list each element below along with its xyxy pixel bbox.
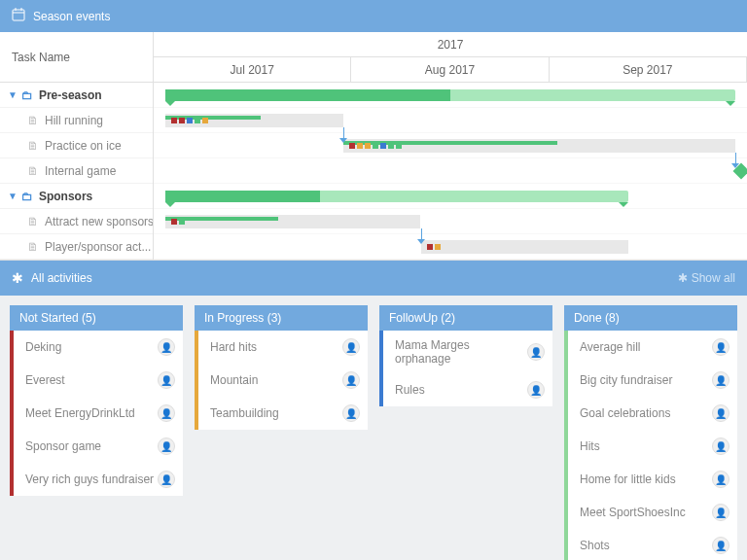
- card-title: Meet EnergyDrinkLtd: [25, 406, 135, 420]
- avatar-icon[interactable]: 👤: [712, 537, 729, 554]
- avatar-icon[interactable]: 👤: [712, 471, 729, 488]
- kanban-board: Not Started (5)Deking👤Everest👤Meet Energ…: [0, 296, 747, 560]
- task-label: Attract new sponsors: [45, 215, 153, 228]
- timeline-row: [154, 184, 747, 209]
- timeline[interactable]: 2017 Jul 2017Aug 2017Sep 2017: [154, 32, 747, 260]
- task-label: Hill running: [45, 114, 103, 127]
- kanban-column: In Progress (3)Hard hits👤Mountain👤Teambu…: [195, 305, 368, 560]
- card-title: Rules: [395, 383, 425, 397]
- kanban-column: Done (8)Average hill👤Big city fundraiser…: [564, 305, 737, 560]
- chevron-down-icon: ▼: [8, 191, 18, 201]
- card-title: Shots: [580, 539, 610, 552]
- card-title: Meet SportShoesInc: [580, 506, 686, 519]
- gantt-body: Task Name ▼🗀Pre-season🗎Hill running🗎Prac…: [0, 32, 747, 261]
- task-group-row[interactable]: ▼🗀Sponsors: [0, 184, 153, 209]
- avatar-icon[interactable]: 👤: [712, 371, 729, 389]
- task-indicators: [171, 118, 208, 123]
- kanban-column-header[interactable]: Done (8): [564, 305, 737, 331]
- card-title: Hard hits: [210, 340, 257, 354]
- task-label: Practice on ice: [45, 139, 122, 153]
- timeline-months: Jul 2017Aug 2017Sep 2017: [154, 57, 747, 83]
- timeline-row: [154, 234, 747, 260]
- summary-bar[interactable]: [165, 191, 628, 202]
- avatar-icon[interactable]: 👤: [158, 338, 175, 356]
- task-label: Player/sponsor act...: [45, 240, 151, 254]
- arrow-head-icon: [731, 163, 739, 168]
- kanban-card[interactable]: Home for little kids👤: [564, 463, 737, 496]
- kanban-card[interactable]: Mountain👤: [195, 364, 368, 397]
- kanban-card[interactable]: Big city fundraiser👤: [564, 364, 737, 397]
- task-column-header: Task Name: [0, 32, 153, 83]
- kanban-card[interactable]: Mama Marges orphanage👤: [379, 331, 552, 373]
- avatar-icon[interactable]: 👤: [342, 371, 360, 389]
- task-row[interactable]: 🗎Practice on ice: [0, 133, 153, 158]
- kanban-column-header[interactable]: In Progress (3): [195, 305, 368, 331]
- task-indicators: [427, 244, 441, 250]
- document-icon: 🗎: [27, 215, 39, 228]
- task-label: Internal game: [45, 164, 116, 178]
- avatar-icon[interactable]: 👤: [342, 404, 360, 422]
- kanban-card[interactable]: Hits👤: [564, 430, 737, 463]
- timeline-year: 2017: [154, 32, 747, 57]
- arrow-head-icon: [417, 239, 425, 244]
- card-title: Sponsor game: [25, 439, 101, 453]
- task-bar[interactable]: [421, 240, 629, 254]
- avatar-icon[interactable]: 👤: [158, 438, 175, 455]
- kanban-card[interactable]: Hard hits👤: [195, 331, 368, 364]
- avatar-icon[interactable]: 👤: [158, 404, 175, 422]
- summary-bar[interactable]: [165, 89, 735, 101]
- svg-rect-0: [13, 10, 24, 20]
- kanban-column-header[interactable]: FollowUp (2): [379, 305, 552, 331]
- card-title: Average hill: [580, 340, 640, 354]
- task-group-row[interactable]: ▼🗀Pre-season: [0, 83, 153, 108]
- task-bar[interactable]: [165, 215, 420, 228]
- timeline-row: [154, 209, 747, 234]
- task-indicators: [171, 219, 185, 225]
- task-row[interactable]: 🗎Hill running: [0, 108, 153, 133]
- kanban-card[interactable]: Goal celebrations👤: [564, 397, 737, 430]
- kanban-card[interactable]: Everest👤: [10, 364, 183, 397]
- task-bar[interactable]: [343, 139, 735, 153]
- avatar-icon[interactable]: 👤: [158, 371, 175, 389]
- avatar-icon[interactable]: 👤: [712, 338, 729, 356]
- task-row[interactable]: 🗎Attract new sponsors: [0, 209, 153, 234]
- task-label: Sponsors: [39, 190, 92, 203]
- avatar-icon[interactable]: 👤: [527, 343, 545, 361]
- kanban-card[interactable]: Average hill👤: [564, 331, 737, 364]
- kanban-card[interactable]: Sponsor game👤: [10, 430, 183, 463]
- timeline-row: [154, 158, 747, 184]
- card-title: Mountain: [210, 373, 258, 387]
- document-icon: 🗎: [27, 164, 39, 178]
- folder-icon: 🗀: [21, 190, 33, 203]
- document-icon: 🗎: [27, 114, 39, 127]
- avatar-icon[interactable]: 👤: [342, 338, 360, 356]
- kanban-card[interactable]: Teambuilding👤: [195, 397, 368, 430]
- kanban-card[interactable]: Rules👤: [379, 373, 552, 406]
- task-row[interactable]: 🗎Player/sponsor act...: [0, 234, 153, 260]
- avatar-icon[interactable]: 👤: [712, 504, 729, 521]
- calendar-icon: [12, 8, 25, 24]
- timeline-month: Sep 2017: [550, 57, 747, 82]
- avatar-icon[interactable]: 👤: [712, 404, 729, 422]
- kanban-header: ✱ All activities ✱ Show all: [0, 261, 747, 296]
- card-title: Teambuilding: [210, 406, 279, 420]
- avatar-icon[interactable]: 👤: [527, 381, 545, 399]
- kanban-column-header[interactable]: Not Started (5): [10, 305, 183, 331]
- kanban-card[interactable]: Shots👤: [564, 529, 737, 560]
- gantt-title: Season events: [33, 10, 110, 23]
- arrow-head-icon: [339, 138, 347, 143]
- avatar-icon[interactable]: 👤: [712, 438, 729, 455]
- timeline-month: Jul 2017: [154, 57, 351, 82]
- kanban-card[interactable]: Very rich guys fundraiser👤: [10, 463, 183, 496]
- kanban-card[interactable]: Meet EnergyDrinkLtd👤: [10, 397, 183, 430]
- asterisk-icon: ✱: [12, 270, 23, 286]
- timeline-row: [154, 108, 747, 133]
- task-column: Task Name ▼🗀Pre-season🗎Hill running🗎Prac…: [0, 32, 154, 260]
- kanban-card[interactable]: Deking👤: [10, 331, 183, 364]
- kanban-column: Not Started (5)Deking👤Everest👤Meet Energ…: [10, 305, 183, 560]
- timeline-row: [154, 83, 747, 108]
- kanban-card[interactable]: Meet SportShoesInc👤: [564, 496, 737, 529]
- show-all-link[interactable]: ✱ Show all: [678, 271, 735, 285]
- task-row[interactable]: 🗎Internal game: [0, 158, 153, 184]
- avatar-icon[interactable]: 👤: [158, 471, 175, 488]
